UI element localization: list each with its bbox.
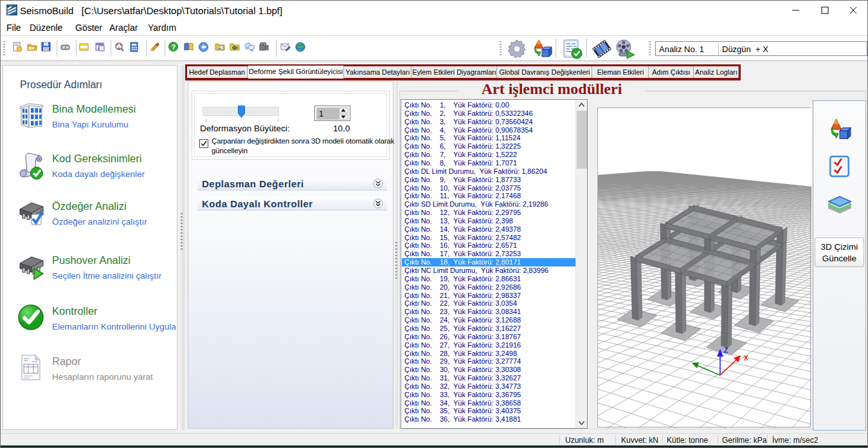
- svg-text:Z: Z: [724, 347, 728, 354]
- svg-text:X: X: [744, 355, 748, 362]
- svg-text:?: ?: [172, 43, 176, 51]
